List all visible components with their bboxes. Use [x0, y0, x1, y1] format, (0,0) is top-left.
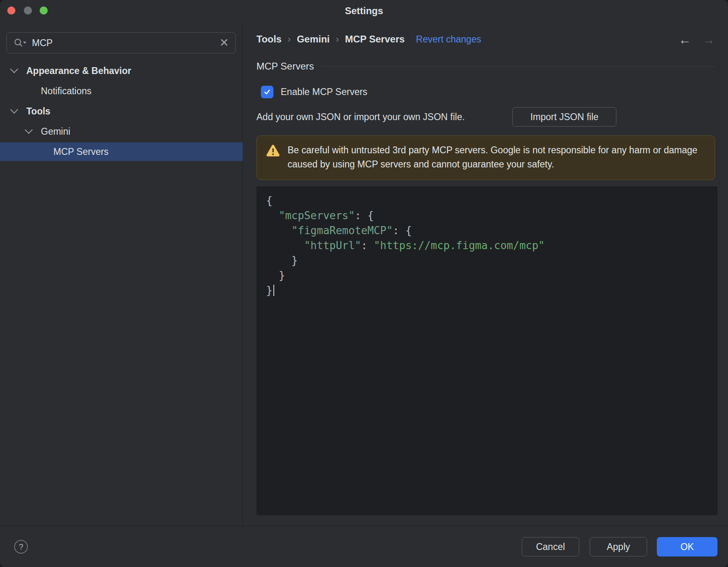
help-label: ? [19, 542, 23, 552]
enable-mcp-row: Enable MCP Servers [261, 86, 367, 98]
breadcrumb: Tools›Gemini›MCP Servers [256, 34, 405, 45]
code-token [266, 209, 279, 222]
enable-mcp-label: Enable MCP Servers [281, 87, 367, 97]
chevron-down-icon[interactable] [10, 106, 18, 114]
warning-icon [266, 144, 280, 180]
search-input[interactable] [31, 37, 216, 49]
code-token: "figmaRemoteMCP" [292, 224, 393, 237]
code-token: } [266, 269, 285, 281]
code-token: } [266, 254, 298, 267]
code-token: "mcpServers" [279, 209, 355, 222]
json-editor[interactable]: { "mcpServers": { "figmaRemoteMCP": { "h… [256, 186, 717, 515]
titlebar: Settings [0, 0, 728, 21]
breadcrumb-item[interactable]: MCP Servers [345, 34, 405, 45]
warning-banner: Be careful with untrusted 3rd party MCP … [256, 135, 715, 180]
code-line: } [266, 268, 717, 283]
settings-tree: Appearance & BehaviorNotificationsToolsG… [0, 61, 243, 163]
code-line: "figmaRemoteMCP": { [266, 223, 717, 238]
code-line: "mcpServers": { [266, 208, 717, 223]
sidebar-item-label: Appearance & Behavior [26, 66, 131, 76]
code-token: : { [393, 224, 412, 237]
code-line: "httpUrl": "https://mcp.figma.com/mcp" [266, 238, 717, 253]
json-editor-code: { "mcpServers": { "figmaRemoteMCP": { "h… [256, 186, 717, 298]
checkmark-icon [263, 88, 271, 96]
cancel-button[interactable]: Cancel [522, 537, 579, 556]
code-token: : { [355, 209, 374, 222]
sidebar-item-label: Gemini [41, 126, 70, 137]
sidebar-item-label: MCP Servers [53, 146, 108, 157]
search-icon [13, 38, 27, 48]
text-cursor [273, 285, 274, 296]
code-token: "https://mcp.figma.com/mcp" [374, 239, 545, 252]
search-box[interactable]: ✕ [6, 32, 236, 53]
breadcrumb-separator-icon: › [336, 34, 339, 45]
breadcrumb-item[interactable]: Tools [256, 34, 281, 45]
code-token: "httpUrl" [304, 239, 361, 252]
section-divider [322, 66, 715, 67]
footer-divider [0, 526, 728, 526]
code-line: } [266, 253, 717, 268]
revert-changes-link[interactable]: Revert changes [416, 34, 481, 45]
code-line: { [266, 193, 717, 208]
warning-text: Be careful with untrusted 3rd party MCP … [288, 143, 703, 180]
section-title: MCP Servers [256, 61, 314, 72]
sidebar: ✕ Appearance & BehaviorNotificationsTool… [0, 21, 243, 526]
main-content: Tools›Gemini›MCP Servers Revert changes … [243, 21, 728, 526]
window-title: Settings [0, 0, 728, 21]
code-token: } [266, 284, 273, 296]
code-token [266, 239, 304, 252]
chevron-down-icon[interactable] [25, 126, 33, 134]
sidebar-item-appearance-behavior[interactable]: Appearance & Behavior [0, 61, 243, 80]
clear-search-icon[interactable]: ✕ [220, 37, 229, 49]
sidebar-item-notifications[interactable]: Notifications [0, 82, 243, 100]
settings-window: Settings ✕ Appearance & BehaviorNotifica… [0, 0, 728, 567]
code-token [266, 224, 292, 237]
chevron-down-icon[interactable] [10, 65, 18, 73]
breadcrumb-item[interactable]: Gemini [297, 34, 330, 45]
ok-button[interactable]: OK [657, 537, 717, 556]
back-arrow-icon[interactable]: ← [679, 34, 691, 46]
forward-arrow-icon[interactable]: → [703, 34, 715, 46]
sidebar-item-tools[interactable]: Tools [0, 102, 243, 121]
history-nav: ← → [679, 34, 715, 46]
code-token: { [266, 195, 273, 207]
breadcrumb-row: Tools›Gemini›MCP Servers Revert changes [256, 34, 481, 45]
import-hint: Add your own JSON or import your own JSO… [256, 107, 465, 127]
enable-mcp-checkbox[interactable] [261, 86, 273, 98]
sidebar-item-mcp-servers[interactable]: MCP Servers [0, 142, 243, 161]
code-token: : [361, 239, 374, 252]
sidebar-item-label: Notifications [41, 86, 91, 97]
import-json-button[interactable]: Import JSON file [512, 107, 616, 127]
sidebar-item-gemini[interactable]: Gemini [0, 122, 243, 141]
sidebar-item-label: Tools [26, 106, 51, 117]
apply-button[interactable]: Apply [590, 537, 647, 556]
code-line: } [266, 283, 717, 298]
section-header: MCP Servers [256, 61, 715, 72]
breadcrumb-separator-icon: › [288, 34, 291, 45]
help-button[interactable]: ? [14, 540, 28, 554]
